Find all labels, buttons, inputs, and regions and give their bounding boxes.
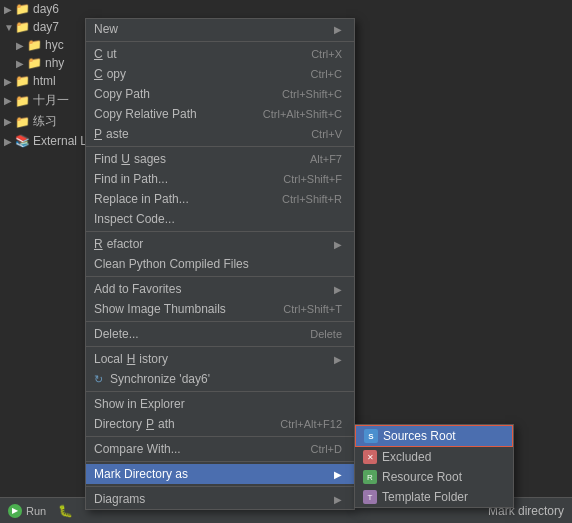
menu-item-inspect-code[interactable]: Inspect Code... <box>86 209 354 229</box>
menu-item-cut[interactable]: Cut Ctrl+X <box>86 44 354 64</box>
resource-root-icon: R <box>363 470 377 484</box>
collapse-arrow-nhy: ▶ <box>16 58 26 69</box>
menu-label-show-in-explorer: Show in Explorer <box>94 397 185 411</box>
menu-label-delete: Delete... <box>94 327 139 341</box>
menu-label-synchronize: ↻ Synchronize 'day6' <box>94 372 210 386</box>
separator-5 <box>86 321 354 322</box>
menu-item-clean-python[interactable]: Clean Python Compiled Files <box>86 254 354 274</box>
folder-icon-html: 📁 <box>14 74 30 88</box>
submenu-arrow-local-history: ▶ <box>334 354 342 365</box>
menu-label-new: New <box>94 22 118 36</box>
menu-item-directory-path[interactable]: Directory Path Ctrl+Alt+F12 <box>86 414 354 434</box>
run-label: Run <box>26 505 46 517</box>
menu-item-paste[interactable]: Paste Ctrl+V <box>86 124 354 144</box>
folder-icon-practice: 📁 <box>14 115 30 129</box>
submenu-item-resource-root[interactable]: R Resource Root <box>355 467 513 487</box>
shortcut-compare-with: Ctrl+D <box>311 443 342 455</box>
menu-label-copy-relative-path: Copy Relative Path <box>94 107 197 121</box>
tree-item-day6[interactable]: ▶ 📁 day6 <box>0 0 100 18</box>
menu-item-add-favorites[interactable]: Add to Favorites ▶ <box>86 279 354 299</box>
folder-icon-october: 📁 <box>14 94 30 108</box>
bug-icon: 🐛 <box>58 504 72 518</box>
menu-label-find-usages: Find Usages <box>94 152 166 166</box>
shortcut-copy-relative-path: Ctrl+Alt+Shift+C <box>263 108 342 120</box>
separator-7 <box>86 391 354 392</box>
menu-label-replace-in-path: Replace in Path... <box>94 192 189 206</box>
submenu-arrow-favorites: ▶ <box>334 284 342 295</box>
collapse-arrow-day6: ▶ <box>4 4 14 15</box>
excluded-icon: ✕ <box>363 450 377 464</box>
menu-item-delete[interactable]: Delete... Delete <box>86 324 354 344</box>
submenu-item-template-folder[interactable]: T Template Folder <box>355 487 513 507</box>
collapse-arrow-day7: ▼ <box>4 22 14 33</box>
submenu-label-sources-root: Sources Root <box>383 429 456 443</box>
menu-item-copy-relative-path[interactable]: Copy Relative Path Ctrl+Alt+Shift+C <box>86 104 354 124</box>
folder-icon-hyc: 📁 <box>26 38 42 52</box>
submenu-label-excluded: Excluded <box>382 450 431 464</box>
menu-label-show-thumbnails: Show Image Thumbnails <box>94 302 226 316</box>
separator-3 <box>86 231 354 232</box>
shortcut-copy-path: Ctrl+Shift+C <box>282 88 342 100</box>
tree-label-nhy: nhy <box>45 56 64 70</box>
menu-item-compare-with[interactable]: Compare With... Ctrl+D <box>86 439 354 459</box>
menu-item-copy-path[interactable]: Copy Path Ctrl+Shift+C <box>86 84 354 104</box>
shortcut-show-thumbnails: Ctrl+Shift+T <box>283 303 342 315</box>
menu-item-synchronize[interactable]: ↻ Synchronize 'day6' <box>86 369 354 389</box>
menu-label-directory-path: Directory Path <box>94 417 175 431</box>
submenu-arrow-refactor: ▶ <box>334 239 342 250</box>
run-button[interactable]: ▶ Run <box>8 504 46 518</box>
menu-item-diagrams[interactable]: Diagrams ▶ <box>86 489 354 509</box>
tree-label-html: html <box>33 74 56 88</box>
separator-6 <box>86 346 354 347</box>
separator-8 <box>86 436 354 437</box>
shortcut-find-usages: Alt+F7 <box>310 153 342 165</box>
menu-item-mark-directory[interactable]: Mark Directory as ▶ <box>86 464 354 484</box>
submenu-arrow-mark-directory: ▶ <box>334 469 342 480</box>
tree-label-day7: day7 <box>33 20 59 34</box>
collapse-arrow-html: ▶ <box>4 76 14 87</box>
collapse-arrow-external: ▶ <box>4 136 14 147</box>
submenu-arrow-new: ▶ <box>334 24 342 35</box>
collapse-arrow-october: ▶ <box>4 95 14 106</box>
menu-item-find-usages[interactable]: Find Usages Alt+F7 <box>86 149 354 169</box>
menu-label-mark-directory: Mark Directory as <box>94 467 188 481</box>
separator-10 <box>86 486 354 487</box>
template-folder-icon: T <box>363 490 377 504</box>
menu-label-copy: Copy <box>94 67 126 81</box>
tree-label-practice: 练习 <box>33 113 57 130</box>
submenu-arrow-diagrams: ▶ <box>334 494 342 505</box>
separator-1 <box>86 41 354 42</box>
tree-label-day6: day6 <box>33 2 59 16</box>
mark-directory-submenu: S Sources Root ✕ Excluded R Resource Roo… <box>354 424 514 508</box>
menu-item-new[interactable]: New ▶ <box>86 19 354 39</box>
folder-icon-day7: 📁 <box>14 20 30 34</box>
menu-item-show-thumbnails[interactable]: Show Image Thumbnails Ctrl+Shift+T <box>86 299 354 319</box>
folder-icon-nhy: 📁 <box>26 56 42 70</box>
tree-label-hyc: hyc <box>45 38 64 52</box>
submenu-item-sources-root[interactable]: S Sources Root <box>355 425 513 447</box>
shortcut-paste: Ctrl+V <box>311 128 342 140</box>
shortcut-copy: Ctrl+C <box>311 68 342 80</box>
submenu-label-resource-root: Resource Root <box>382 470 462 484</box>
tree-label-october: 十月一 <box>33 92 69 109</box>
menu-item-show-in-explorer[interactable]: Show in Explorer <box>86 394 354 414</box>
bug-button[interactable]: 🐛 <box>58 504 72 518</box>
menu-label-find-in-path: Find in Path... <box>94 172 168 186</box>
folder-icon-day6: 📁 <box>14 2 30 16</box>
menu-item-refactor[interactable]: Refactor ▶ <box>86 234 354 254</box>
submenu-item-excluded[interactable]: ✕ Excluded <box>355 447 513 467</box>
shortcut-replace-in-path: Ctrl+Shift+R <box>282 193 342 205</box>
play-icon: ▶ <box>8 504 22 518</box>
menu-item-copy[interactable]: Copy Ctrl+C <box>86 64 354 84</box>
menu-item-find-in-path[interactable]: Find in Path... Ctrl+Shift+F <box>86 169 354 189</box>
menu-label-copy-path: Copy Path <box>94 87 150 101</box>
menu-item-local-history[interactable]: Local History ▶ <box>86 349 354 369</box>
shortcut-cut: Ctrl+X <box>311 48 342 60</box>
collapse-arrow-hyc: ▶ <box>16 40 26 51</box>
menu-item-replace-in-path[interactable]: Replace in Path... Ctrl+Shift+R <box>86 189 354 209</box>
sync-icon: ↻ <box>94 373 103 386</box>
menu-label-local-history: Local History <box>94 352 168 366</box>
menu-label-add-favorites: Add to Favorites <box>94 282 181 296</box>
menu-label-diagrams: Diagrams <box>94 492 145 506</box>
sources-root-icon: S <box>364 429 378 443</box>
